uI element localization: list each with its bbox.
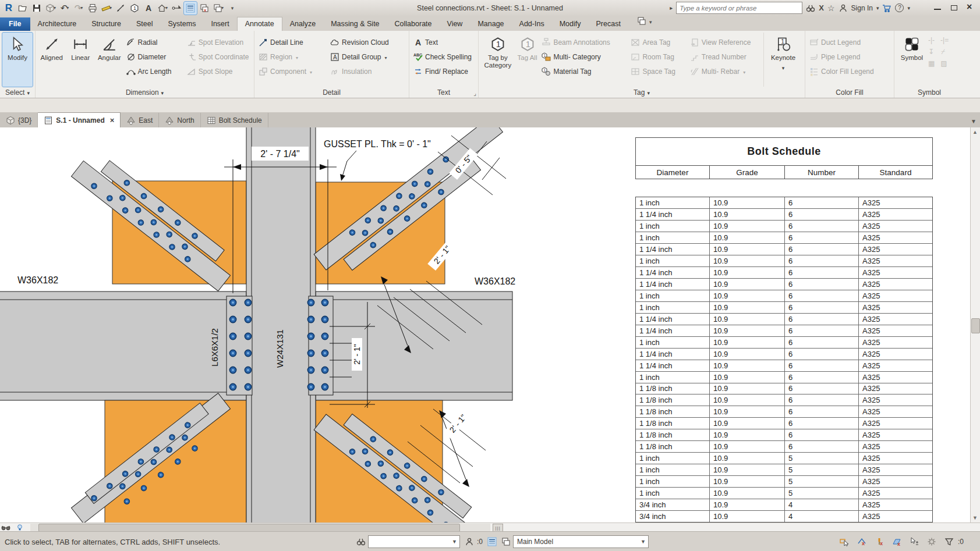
bolt-schedule-header[interactable]: Bolt Schedule Diameter Grade Number Stan… — [635, 137, 933, 179]
modify-button[interactable]: Modify — [2, 33, 33, 87]
tab-modify[interactable]: Modify — [552, 17, 589, 31]
schedule-row[interactable]: 1 1/8 inch10.96A325 — [636, 394, 932, 406]
worksets-icon[interactable] — [356, 537, 366, 546]
vertical-scrollbar[interactable]: ▲ ▼ — [970, 127, 980, 522]
tab-analyze[interactable]: Analyze — [282, 17, 323, 31]
schedule-row[interactable]: 1 1/4 inch10.96A325 — [636, 325, 932, 337]
view-tab-east[interactable]: East — [121, 113, 159, 127]
check-spelling-button[interactable]: Check Spelling — [412, 49, 476, 64]
multi-category-button[interactable]: Multi- Category — [540, 49, 628, 64]
reveal-hidden-elements-icon[interactable] — [15, 524, 24, 531]
column-header-standard[interactable]: Standard — [859, 166, 932, 179]
column-header-diameter[interactable]: Diameter — [636, 166, 710, 179]
keynote-button[interactable]: Keynote — [764, 33, 802, 87]
close-button[interactable] — [966, 4, 974, 11]
schedule-row[interactable]: 1 inch10.95A325 — [636, 453, 932, 464]
schedule-row[interactable]: 1 inch10.96A325 — [636, 337, 932, 349]
schedule-row[interactable]: 1 1/4 inch10.96A325 — [636, 209, 932, 221]
column-header-number[interactable]: Number — [785, 166, 859, 179]
arc-length-button[interactable]: Arc Length — [125, 64, 184, 79]
ribbon-display-icon[interactable] — [636, 16, 647, 28]
redo-icon[interactable]: ↷▾ — [72, 2, 85, 15]
view-tab-list-caret-icon[interactable]: ▼ — [971, 118, 977, 125]
schedule-row[interactable]: 1 1/4 inch10.96A325 — [636, 314, 932, 325]
select-links-icon[interactable] — [840, 537, 849, 546]
angular-button[interactable]: Angular — [95, 33, 123, 87]
radial-button[interactable]: Radial — [125, 35, 184, 49]
text-icon[interactable]: A — [142, 2, 155, 15]
switch-windows-icon[interactable]: ▾ — [212, 2, 225, 15]
schedule-row[interactable]: 1 inch10.96A325 — [636, 302, 932, 314]
column-label[interactable]: W24X131 — [275, 329, 285, 368]
tab-systems[interactable]: Systems — [160, 17, 203, 31]
schedule-row[interactable]: 1 1/4 inch10.96A325 — [636, 267, 932, 279]
tab-file[interactable]: File — [0, 17, 30, 31]
close-hidden-windows-icon[interactable] — [198, 2, 211, 15]
selection-settings-gear-icon[interactable] — [927, 537, 936, 546]
detail-line-button[interactable]: Detail Line — [257, 35, 327, 49]
worksets-dropdown[interactable]: ▼ — [368, 535, 460, 548]
tab-collaborate[interactable]: Collaborate — [387, 17, 440, 31]
bolt-schedule-title[interactable]: Bolt Schedule — [636, 138, 932, 166]
revit-logo-icon[interactable]: R — [2, 2, 15, 15]
manage-collaboration-icon[interactable] — [487, 537, 497, 546]
scroll-up-icon[interactable]: ▲ — [971, 127, 979, 137]
schedule-row[interactable]: 1 inch10.96A325 — [636, 221, 932, 232]
favorites-star-icon[interactable]: ☆ — [827, 3, 835, 13]
beam-left-label[interactable]: W36X182 — [17, 275, 58, 285]
panel-label-select[interactable]: Select — [0, 87, 35, 98]
schedule-row[interactable]: 1 inch10.96A325 — [636, 232, 932, 244]
help-caret-icon[interactable]: ▾ — [907, 5, 910, 11]
panel-label-tag[interactable]: Tag — [479, 87, 805, 98]
tab-insert[interactable]: Insert — [203, 17, 236, 31]
tab-addins[interactable]: Add-Ins — [512, 17, 552, 31]
schedule-row[interactable]: 1 inch10.96A325 — [636, 372, 932, 383]
tab-manage[interactable]: Manage — [470, 17, 511, 31]
select-elements-by-face-icon[interactable] — [892, 537, 901, 546]
exchange-apps-icon[interactable]: X — [819, 3, 824, 12]
view-tab-3d[interactable]: {3D} — [0, 113, 38, 127]
tab-precast[interactable]: Precast — [589, 17, 628, 31]
schedule-row[interactable]: 1 inch10.96A325 — [636, 197, 932, 209]
gusset-note-text[interactable]: GUSSET PL. Thk = 0' - 1" — [324, 139, 431, 149]
view-tab-bolt-schedule[interactable]: Bolt Schedule — [201, 113, 268, 127]
sign-in-caret-icon[interactable]: ▾ — [876, 5, 879, 11]
select-pinned-elements-icon[interactable] — [875, 537, 884, 546]
cart-icon[interactable] — [882, 3, 891, 13]
panel-label-symbol[interactable]: Symbol — [894, 87, 964, 98]
open-icon[interactable] — [16, 2, 29, 15]
column[interactable] — [246, 127, 316, 522]
diameter-button[interactable]: Diameter — [125, 49, 184, 64]
schedule-row[interactable]: 3/4 inch10.94A325 — [636, 499, 932, 511]
search-icon[interactable] — [806, 3, 815, 13]
minimize-button[interactable] — [933, 4, 942, 11]
text-button[interactable]: AText — [412, 35, 476, 49]
horizontal-scroll-track[interactable] — [30, 524, 490, 531]
drawing-area[interactable]: 2' - 7 1/4" GUSSET PL. Thk = 0' - 1" 0' … — [0, 127, 971, 522]
search-input[interactable] — [676, 2, 802, 14]
schedule-row[interactable]: 1 1/8 inch10.96A325 — [636, 406, 932, 418]
panel-label-text[interactable]: Text — [409, 87, 478, 98]
find-replace-button[interactable]: Find/ Replace — [412, 64, 476, 79]
customize-qat-icon[interactable]: ▾ — [226, 2, 239, 15]
panel-label-dimension[interactable]: Dimension — [36, 87, 254, 98]
schedule-row[interactable]: 1 inch10.95A325 — [636, 488, 932, 499]
vertical-scroll-thumb[interactable] — [971, 318, 980, 333]
sync-icon[interactable]: ▾ — [44, 2, 57, 15]
editing-requests-icon[interactable] — [465, 537, 474, 546]
ribbon-display-caret-icon[interactable]: ▾ — [649, 19, 652, 25]
schedule-row[interactable]: 1 1/8 inch10.96A325 — [636, 418, 932, 429]
save-icon[interactable] — [30, 2, 43, 15]
material-tag-button[interactable]: Material Tag — [540, 64, 628, 79]
view-tab-north[interactable]: North — [159, 113, 200, 127]
drag-elements-on-selection-icon[interactable] — [910, 537, 919, 546]
schedule-row[interactable]: 1 1/4 inch10.96A325 — [636, 349, 932, 360]
tab-annotate[interactable]: Annotate — [237, 17, 282, 31]
schedule-row[interactable]: 1 1/4 inch10.96A325 — [636, 279, 932, 290]
schedule-row[interactable]: 1 1/4 inch10.96A325 — [636, 360, 932, 372]
aligned-dimension-icon[interactable] — [114, 2, 127, 15]
filter-icon[interactable] — [944, 537, 954, 546]
tab-massing-site[interactable]: Massing & Site — [323, 17, 387, 31]
help-icon[interactable]: ? — [895, 3, 904, 12]
tab-architecture[interactable]: Architecture — [30, 17, 84, 31]
